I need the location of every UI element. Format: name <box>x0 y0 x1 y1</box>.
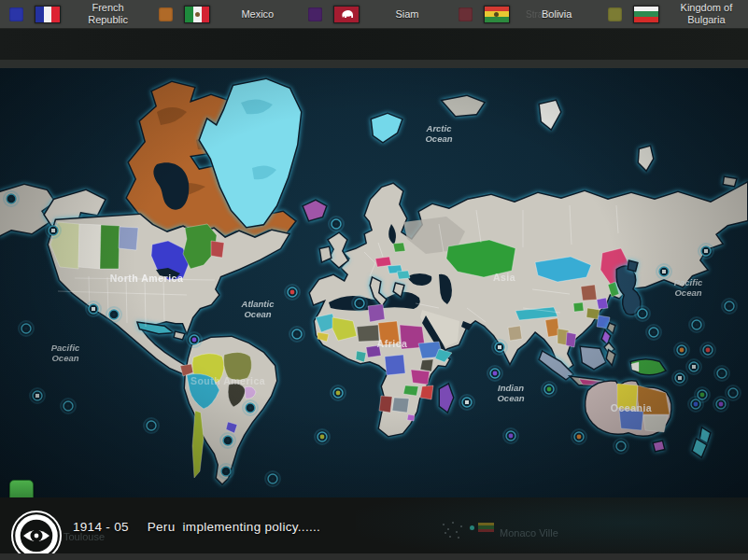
bottom-strip <box>0 553 748 560</box>
spray-dot <box>452 522 454 524</box>
region-indochina[interactable] <box>566 332 576 347</box>
ocean-marker[interactable] <box>713 397 728 412</box>
ocean-marker[interactable] <box>46 223 61 238</box>
region-wrangel-island[interactable] <box>724 177 736 186</box>
region-botswana[interactable] <box>392 398 409 413</box>
ocean-marker[interactable] <box>688 397 703 412</box>
eye-icon <box>10 510 63 560</box>
country-color-swatch <box>459 7 473 21</box>
ocean-marker[interactable] <box>219 464 233 479</box>
region-namibia[interactable] <box>379 396 392 413</box>
ocean-marker[interactable] <box>243 400 258 415</box>
region-swaziland[interactable] <box>407 414 415 421</box>
eye-button[interactable] <box>10 510 63 560</box>
ocean-marker[interactable] <box>492 340 507 355</box>
ocean-marker[interactable] <box>487 366 502 381</box>
ocean-marker[interactable] <box>726 385 741 400</box>
country-entry-siam[interactable]: Siam <box>299 0 448 28</box>
region-zambia[interactable] <box>403 385 418 396</box>
region-china-green[interactable] <box>573 302 584 312</box>
region-romania[interactable] <box>397 271 410 279</box>
country-entry-kingdom-of-bulgaria[interactable]: Kingdom of Bulgaria <box>599 0 748 28</box>
ocean-marker[interactable] <box>459 395 474 410</box>
region-mozambique[interactable] <box>420 385 433 399</box>
country-entry-french-republic[interactable]: French Republic <box>0 0 149 28</box>
map-showthrough <box>356 497 748 560</box>
country-label: Siam <box>371 8 448 21</box>
country-entry-bolivia[interactable]: Bolivia <box>449 0 599 28</box>
ocean-marker[interactable] <box>656 264 671 279</box>
ocean-marker[interactable] <box>614 439 628 454</box>
region-india-west[interactable] <box>508 326 522 341</box>
region-saskatchewan[interactable] <box>100 225 120 269</box>
ocean-marker[interactable] <box>106 307 121 322</box>
region-tanzania[interactable] <box>411 370 430 385</box>
region-tasmania[interactable] <box>654 441 664 451</box>
ocean-marker[interactable] <box>144 418 159 433</box>
country-color-swatch <box>159 7 173 21</box>
ocean-marker[interactable] <box>331 385 346 400</box>
region-mali[interactable] <box>332 317 357 341</box>
region-china-brown[interactable] <box>581 285 597 301</box>
country-entry-mexico[interactable]: Mexico <box>149 0 299 28</box>
game-screen: ArcticOceanAtlanticOceanPacificOceanPaci… <box>0 0 748 560</box>
ocean-marker[interactable] <box>61 399 76 413</box>
region-silesia-green[interactable] <box>393 243 405 252</box>
region-china-olive[interactable] <box>586 308 600 319</box>
ocean-marker[interactable] <box>30 388 45 403</box>
region-hispaniola[interactable] <box>175 332 184 339</box>
ocean-marker[interactable] <box>289 327 304 342</box>
ocean-marker[interactable] <box>689 317 704 332</box>
ocean-marker[interactable] <box>714 366 729 381</box>
ocean-marker[interactable] <box>542 382 557 397</box>
ocean-marker[interactable] <box>646 325 661 340</box>
region-kenya[interactable] <box>420 359 433 371</box>
region-newfoundland[interactable] <box>211 241 224 258</box>
ocean-marker[interactable] <box>635 306 650 321</box>
game-date: 1914 - 05 <box>73 520 129 534</box>
spray-dot <box>443 524 445 525</box>
ocean-marker[interactable] <box>4 191 19 206</box>
spray-dot <box>449 536 451 538</box>
ocean-marker[interactable] <box>699 244 713 259</box>
ocean-marker[interactable] <box>86 301 101 316</box>
ocean-marker[interactable] <box>19 321 34 336</box>
spray-dot <box>445 532 446 534</box>
ocean-marker[interactable] <box>187 332 202 347</box>
region-manitoba[interactable] <box>119 227 138 250</box>
upper-dark-strip <box>0 28 748 60</box>
region-congo[interactable] <box>385 355 405 375</box>
region-czechoslovakia[interactable] <box>375 257 391 267</box>
region-hokkaido[interactable] <box>628 261 637 271</box>
ocean-marker[interactable] <box>672 371 687 385</box>
region-china-purple[interactable] <box>597 298 608 309</box>
ocean-marker[interactable] <box>674 343 689 357</box>
ocean-marker[interactable] <box>503 428 518 443</box>
ocean-marker[interactable] <box>329 217 344 231</box>
country-label: French Republic <box>72 2 149 25</box>
ocean-label: IndianOcean <box>497 383 524 403</box>
country-color-swatch <box>9 7 23 21</box>
country-color-swatch <box>308 7 322 21</box>
ocean-marker[interactable] <box>572 429 586 444</box>
continent-label-asia: Asia <box>493 272 515 283</box>
ocean-marker[interactable] <box>315 429 330 444</box>
region-ireland[interactable] <box>320 247 331 261</box>
world-map: ArcticOceanAtlanticOceanPacificOceanPaci… <box>0 0 748 560</box>
region-taiwan[interactable] <box>608 324 614 332</box>
region-libya[interactable] <box>368 304 385 322</box>
ocean-marker[interactable] <box>352 296 367 311</box>
region-niger[interactable] <box>357 325 379 342</box>
ocean-marker[interactable] <box>722 299 737 314</box>
region-nsw-victoria[interactable] <box>643 415 668 432</box>
ocean-marker[interactable] <box>265 471 280 486</box>
ocean-marker[interactable] <box>700 343 715 357</box>
spray-dot <box>447 528 449 530</box>
region-iceland[interactable] <box>303 201 326 220</box>
region-alberta[interactable] <box>78 224 101 269</box>
region-philippines-north[interactable] <box>602 331 610 343</box>
ocean-marker[interactable] <box>285 285 300 300</box>
ocean-marker[interactable] <box>686 359 701 374</box>
ocean-label: PacificOcean <box>674 277 703 298</box>
ocean-marker[interactable] <box>220 433 235 448</box>
